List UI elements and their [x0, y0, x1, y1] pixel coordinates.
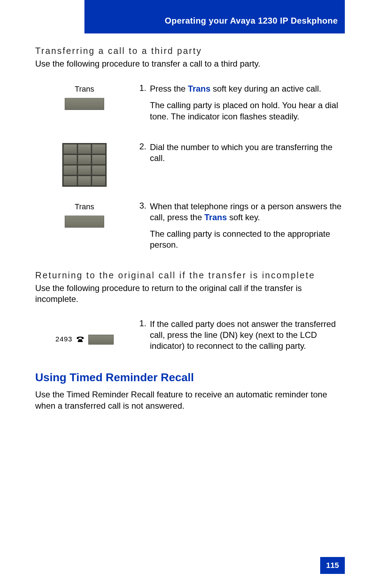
- dn-button-icon: [88, 335, 114, 345]
- step-number: 3.: [134, 201, 150, 256]
- dn-number: 2493: [55, 335, 72, 343]
- section2-intro: Use the following procedure to return to…: [35, 283, 345, 304]
- softkey-button-icon: [65, 98, 104, 110]
- step-body: When that telephone rings or a person an…: [150, 201, 345, 256]
- step-text-col: 2. Dial the number to which you are tran…: [134, 142, 345, 187]
- section3-intro: Use the Timed Reminder Recall feature to…: [35, 389, 345, 411]
- step-icon-col: [35, 142, 134, 187]
- step-body: Press the Trans soft key during an activ…: [150, 83, 345, 128]
- header-title: Operating your Avaya 1230 IP Deskphone: [165, 16, 338, 26]
- step-body: Dial the number to which you are transfe…: [150, 142, 345, 187]
- page: Operating your Avaya 1230 IP Deskphone T…: [0, 0, 380, 588]
- page-number-box: 115: [320, 557, 345, 574]
- step-text: Dial the number to which you are transfe…: [150, 142, 345, 163]
- step-row: Trans 3. When that telephone rings or a …: [35, 201, 345, 256]
- section3-heading: Using Timed Reminder Recall: [35, 371, 345, 384]
- softkey-label: Trans: [75, 202, 94, 211]
- softkey-button-icon: [65, 216, 104, 228]
- keyword-trans: Trans: [204, 212, 227, 222]
- step-icon-col: 2493: [35, 318, 134, 357]
- keyword-trans: Trans: [188, 84, 210, 93]
- step-text-col: 1. If the called party does not answer t…: [134, 318, 345, 357]
- softkey-label: Trans: [75, 85, 94, 94]
- page-number: 115: [326, 561, 339, 570]
- step-number: 1.: [134, 318, 150, 357]
- step-text: The calling party is connected to the ap…: [150, 228, 345, 250]
- step-row: Trans 1. Press the Trans soft key during…: [35, 83, 345, 128]
- step-body: If the called party does not answer the …: [150, 318, 345, 357]
- header-band: Operating your Avaya 1230 IP Deskphone: [84, 0, 345, 33]
- step-icon-col: Trans: [35, 201, 134, 256]
- section2-heading: Returning to the original call if the tr…: [35, 270, 345, 280]
- keypad-icon: [62, 143, 107, 187]
- step-text: Press the: [150, 84, 188, 93]
- step-number: 1.: [134, 83, 150, 128]
- step-text: The calling party is placed on hold. You…: [150, 100, 345, 122]
- step-text-col: 1. Press the Trans soft key during an ac…: [134, 83, 345, 128]
- section1-intro: Use the following procedure to transfer …: [35, 58, 345, 69]
- section1-heading: Transferring a call to a third party: [35, 46, 345, 56]
- step-row: 2493 1. If the called party does not ans…: [35, 318, 345, 357]
- step-row: 2. Dial the number to which you are tran…: [35, 142, 345, 187]
- step-text-col: 3. When that telephone rings or a person…: [134, 201, 345, 256]
- step-icon-col: Trans: [35, 83, 134, 128]
- step-text: soft key.: [227, 212, 260, 222]
- step-text: If the called party does not answer the …: [150, 318, 345, 352]
- step-text: soft key during an active call.: [210, 84, 321, 93]
- phone-icon: [76, 335, 85, 344]
- step-number: 2.: [134, 142, 150, 187]
- content: Transferring a call to a third party Use…: [35, 46, 345, 425]
